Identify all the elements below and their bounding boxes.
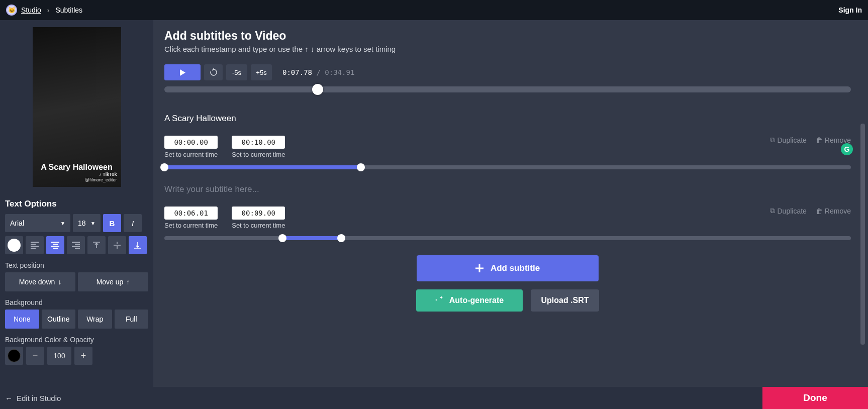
range-start-thumb[interactable] [278,234,286,242]
top-bar: 😺 Studio › Subtitles Sign In [0,0,868,20]
align-center-icon [51,242,59,249]
crumb-separator: › [47,6,50,14]
bottom-bar: ← Edit in Studio Done [0,387,868,409]
wand-icon [435,296,444,305]
video-preview[interactable]: A Scary Halloween ♪ TikTok @filmore_edit… [33,27,121,187]
play-button[interactable] [164,64,201,80]
range-start-thumb[interactable] [160,163,168,171]
opacity-increment[interactable]: + [74,347,92,365]
preview-brand: ♪ TikTok @filmore_editor [85,172,117,183]
bg-color-button[interactable] [5,347,23,365]
back-5s-button[interactable]: -5s [226,64,247,80]
start-time-input[interactable]: 00:06.01 [164,207,218,220]
chevron-down-icon: ▼ [60,221,65,226]
valign-top-button[interactable] [87,236,106,254]
align-right-button[interactable] [67,236,85,254]
text-position-label: Text position [5,261,148,269]
bg-none-button[interactable]: None [5,310,39,329]
sign-in-link[interactable]: Sign In [838,6,862,14]
arrow-down-icon: ↓ [58,278,61,286]
opacity-value[interactable]: 100 [47,347,71,365]
upload-srt-button[interactable]: Upload .SRT [531,289,599,312]
set-current-time-end[interactable]: Set to current time [232,222,285,229]
scrollbar[interactable] [860,124,865,345]
restart-icon [210,68,218,76]
subtitle-text-input[interactable]: Write your subtitle here... [164,184,851,195]
move-down-button[interactable]: Move down↓ [5,272,75,291]
valign-bottom-button[interactable] [129,236,147,254]
align-left-button[interactable] [26,236,44,254]
range-end-thumb[interactable] [337,234,345,242]
text-color-button[interactable] [5,236,23,254]
grammarly-badge[interactable]: G [841,143,853,155]
duplicate-subtitle[interactable]: ⧉Duplicate [770,207,806,215]
time-display: 0:07.78 / 0:34.91 [282,68,354,76]
preview-caption: A Scary Halloween [33,163,121,172]
bg-wrap-button[interactable]: Wrap [78,310,112,329]
valign-middle-button[interactable] [108,236,126,254]
font-select[interactable]: Arial▼ [5,214,70,232]
move-up-button[interactable]: Move up↑ [78,272,148,291]
auto-generate-button[interactable]: Auto-generate [416,289,523,312]
start-time-input[interactable]: 00:00.00 [164,136,218,149]
bg-outline-button[interactable]: Outline [42,310,76,329]
set-current-time-start[interactable]: Set to current time [164,222,218,229]
page-subtitle: Click each timestamp and type or use the… [164,45,851,53]
playhead-thumb[interactable] [312,84,323,95]
set-current-time-end[interactable]: Set to current time [232,151,285,158]
opacity-decrement[interactable]: − [26,347,44,365]
range-end-thumb[interactable] [357,163,365,171]
duplicate-subtitle[interactable]: ⧉Duplicate [770,136,806,144]
text-options-heading: Text Options [5,199,148,209]
align-left-icon [31,242,39,249]
edit-in-studio-link[interactable]: ← Edit in Studio [0,394,61,402]
align-right-icon [72,242,80,249]
subtitle-range-slider[interactable] [164,165,851,169]
background-label: Background [5,298,148,306]
done-button[interactable]: Done [762,387,868,409]
restart-button[interactable] [204,64,223,80]
valign-top-icon [93,242,100,249]
play-icon [180,69,185,76]
arrow-left-icon: ← [5,394,13,402]
valign-bottom-icon [134,242,141,249]
plus-icon [475,264,484,272]
bg-full-button[interactable]: Full [115,310,149,329]
trash-icon: 🗑 [816,136,823,144]
subtitle-block: A Scary Halloween00:00.00Set to current … [164,114,851,169]
align-center-button[interactable] [46,236,64,254]
forward-5s-button[interactable]: +5s [251,64,272,80]
playhead-scrubber[interactable] [164,86,851,92]
font-size-select[interactable]: 18▼ [73,214,101,232]
main-panel: Add subtitles to Video Click each timest… [153,20,868,387]
italic-button[interactable]: I [124,214,142,232]
add-subtitle-button[interactable]: Add subtitle [417,255,599,281]
bg-color-opacity-label: Background Color & Opacity [5,336,148,344]
page-title: Add subtitles to Video [164,29,851,43]
duplicate-icon: ⧉ [770,136,775,144]
subtitle-block: Write your subtitle here...00:06.01Set t… [164,184,851,240]
remove-subtitle[interactable]: 🗑Remove [816,207,851,215]
subtitle-text-input[interactable]: A Scary Halloween [164,114,851,125]
chevron-down-icon: ▼ [90,221,95,226]
trash-icon: 🗑 [816,207,823,215]
valign-middle-icon [114,242,121,249]
app-logo[interactable]: 😺 [6,5,17,16]
arrow-up-icon: ↑ [126,278,130,286]
crumb-studio[interactable]: Studio [21,6,41,14]
set-current-time-start[interactable]: Set to current time [164,151,218,158]
breadcrumb: 😺 Studio › Subtitles [6,5,82,16]
end-time-input[interactable]: 00:09.00 [232,207,285,220]
subtitle-range-slider[interactable] [164,236,851,240]
sidebar: A Scary Halloween ♪ TikTok @filmore_edit… [0,20,153,387]
crumb-subtitles: Subtitles [55,6,82,14]
bold-button[interactable]: B [103,214,121,232]
end-time-input[interactable]: 00:10.00 [232,136,285,149]
duplicate-icon: ⧉ [770,207,775,215]
